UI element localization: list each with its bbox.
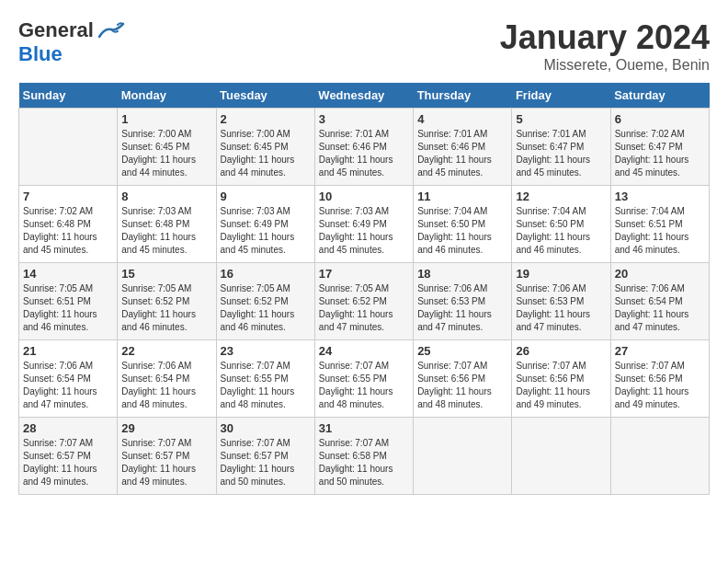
header-day-sunday: Sunday xyxy=(19,83,118,109)
day-number: 14 xyxy=(23,267,113,281)
day-number: 6 xyxy=(615,112,705,126)
day-number: 8 xyxy=(121,190,211,203)
day-number: 22 xyxy=(121,344,211,358)
day-info: Sunrise: 7:06 AMSunset: 6:53 PMDaylight:… xyxy=(417,282,507,334)
header-row: SundayMondayTuesdayWednesdayThursdayFrid… xyxy=(19,83,710,109)
day-cell: 25Sunrise: 7:07 AMSunset: 6:56 PMDayligh… xyxy=(414,340,512,418)
day-cell: 21Sunrise: 7:06 AMSunset: 6:54 PMDayligh… xyxy=(19,340,118,418)
day-number: 13 xyxy=(615,190,705,203)
day-info: Sunrise: 7:02 AMSunset: 6:47 PMDaylight:… xyxy=(615,128,705,179)
day-cell: 14Sunrise: 7:05 AMSunset: 6:51 PMDayligh… xyxy=(19,263,118,340)
day-cell: 10Sunrise: 7:03 AMSunset: 6:49 PMDayligh… xyxy=(314,186,413,263)
day-info: Sunrise: 7:07 AMSunset: 6:56 PMDaylight:… xyxy=(615,360,705,411)
day-number: 11 xyxy=(417,190,507,203)
week-row-1: 1Sunrise: 7:00 AMSunset: 6:45 PMDaylight… xyxy=(19,109,710,186)
day-cell: 12Sunrise: 7:04 AMSunset: 6:50 PMDayligh… xyxy=(512,186,610,263)
title-section: January 2024 Misserete, Oueme, Benin xyxy=(500,18,710,74)
day-info: Sunrise: 7:05 AMSunset: 6:52 PMDaylight:… xyxy=(319,282,409,334)
day-info: Sunrise: 7:07 AMSunset: 6:58 PMDaylight:… xyxy=(319,437,409,488)
day-info: Sunrise: 7:06 AMSunset: 6:54 PMDaylight:… xyxy=(23,360,113,411)
day-cell: 7Sunrise: 7:02 AMSunset: 6:48 PMDaylight… xyxy=(19,186,118,263)
day-info: Sunrise: 7:03 AMSunset: 6:49 PMDaylight:… xyxy=(319,205,409,257)
day-info: Sunrise: 7:01 AMSunset: 6:46 PMDaylight:… xyxy=(417,128,507,179)
day-number: 21 xyxy=(23,344,113,358)
day-info: Sunrise: 7:07 AMSunset: 6:56 PMDaylight:… xyxy=(516,360,606,411)
day-info: Sunrise: 7:07 AMSunset: 6:57 PMDaylight:… xyxy=(121,437,211,488)
day-info: Sunrise: 7:01 AMSunset: 6:46 PMDaylight:… xyxy=(319,128,409,179)
day-number: 3 xyxy=(319,112,409,126)
day-info: Sunrise: 7:04 AMSunset: 6:50 PMDaylight:… xyxy=(516,205,606,257)
week-row-5: 28Sunrise: 7:07 AMSunset: 6:57 PMDayligh… xyxy=(19,418,710,495)
day-number: 23 xyxy=(221,344,311,358)
day-number: 7 xyxy=(23,190,113,203)
week-row-2: 7Sunrise: 7:02 AMSunset: 6:48 PMDaylight… xyxy=(19,186,710,263)
day-cell: 15Sunrise: 7:05 AMSunset: 6:52 PMDayligh… xyxy=(118,263,216,340)
day-info: Sunrise: 7:06 AMSunset: 6:53 PMDaylight:… xyxy=(516,282,606,334)
day-info: Sunrise: 7:05 AMSunset: 6:52 PMDaylight:… xyxy=(121,282,211,334)
day-number: 2 xyxy=(221,112,311,126)
day-number: 30 xyxy=(221,421,311,435)
day-cell: 2Sunrise: 7:00 AMSunset: 6:45 PMDaylight… xyxy=(216,109,314,186)
day-number: 16 xyxy=(221,267,311,281)
day-cell: 4Sunrise: 7:01 AMSunset: 6:46 PMDaylight… xyxy=(414,109,512,186)
page-header: General Blue January 2024 Misserete, Oue… xyxy=(18,18,710,74)
day-cell: 6Sunrise: 7:02 AMSunset: 6:47 PMDaylight… xyxy=(610,109,709,186)
location: Misserete, Oueme, Benin xyxy=(500,57,710,74)
day-info: Sunrise: 7:00 AMSunset: 6:45 PMDaylight:… xyxy=(121,128,211,179)
header-day-saturday: Saturday xyxy=(610,83,709,109)
day-number: 20 xyxy=(615,267,705,281)
day-info: Sunrise: 7:01 AMSunset: 6:47 PMDaylight:… xyxy=(516,128,606,179)
day-cell: 8Sunrise: 7:03 AMSunset: 6:48 PMDaylight… xyxy=(118,186,216,263)
day-number: 1 xyxy=(121,112,211,126)
day-number: 28 xyxy=(23,421,113,435)
day-number: 26 xyxy=(516,344,606,358)
day-number: 29 xyxy=(121,421,211,435)
day-cell: 16Sunrise: 7:05 AMSunset: 6:52 PMDayligh… xyxy=(216,263,314,340)
day-number: 5 xyxy=(516,112,606,126)
day-info: Sunrise: 7:07 AMSunset: 6:57 PMDaylight:… xyxy=(23,437,113,488)
day-cell: 11Sunrise: 7:04 AMSunset: 6:50 PMDayligh… xyxy=(414,186,512,263)
day-cell: 1Sunrise: 7:00 AMSunset: 6:45 PMDaylight… xyxy=(118,109,216,186)
day-cell xyxy=(512,418,610,495)
day-info: Sunrise: 7:07 AMSunset: 6:57 PMDaylight:… xyxy=(221,437,311,488)
day-info: Sunrise: 7:07 AMSunset: 6:56 PMDaylight:… xyxy=(417,360,507,411)
day-cell xyxy=(610,418,709,495)
day-cell: 13Sunrise: 7:04 AMSunset: 6:51 PMDayligh… xyxy=(610,186,709,263)
day-cell: 22Sunrise: 7:06 AMSunset: 6:54 PMDayligh… xyxy=(118,340,216,418)
day-cell: 19Sunrise: 7:06 AMSunset: 6:53 PMDayligh… xyxy=(512,263,610,340)
day-cell: 9Sunrise: 7:03 AMSunset: 6:49 PMDaylight… xyxy=(216,186,314,263)
day-number: 12 xyxy=(516,190,606,203)
day-info: Sunrise: 7:04 AMSunset: 6:51 PMDaylight:… xyxy=(615,205,705,257)
logo: General Blue xyxy=(18,18,125,66)
day-info: Sunrise: 7:06 AMSunset: 6:54 PMDaylight:… xyxy=(615,282,705,334)
day-cell: 3Sunrise: 7:01 AMSunset: 6:46 PMDaylight… xyxy=(314,109,413,186)
week-row-4: 21Sunrise: 7:06 AMSunset: 6:54 PMDayligh… xyxy=(19,340,710,418)
day-cell: 5Sunrise: 7:01 AMSunset: 6:47 PMDaylight… xyxy=(512,109,610,186)
day-cell: 26Sunrise: 7:07 AMSunset: 6:56 PMDayligh… xyxy=(512,340,610,418)
day-number: 25 xyxy=(417,344,507,358)
header-day-tuesday: Tuesday xyxy=(216,83,314,109)
day-number: 18 xyxy=(417,267,507,281)
week-row-3: 14Sunrise: 7:05 AMSunset: 6:51 PMDayligh… xyxy=(19,263,710,340)
day-number: 27 xyxy=(615,344,705,358)
logo-blue-text: Blue xyxy=(18,42,63,66)
day-info: Sunrise: 7:07 AMSunset: 6:55 PMDaylight:… xyxy=(319,360,409,411)
day-number: 31 xyxy=(319,421,409,435)
day-info: Sunrise: 7:04 AMSunset: 6:50 PMDaylight:… xyxy=(417,205,507,257)
logo-general-text: General xyxy=(18,18,94,42)
day-cell: 23Sunrise: 7:07 AMSunset: 6:55 PMDayligh… xyxy=(216,340,314,418)
calendar-table: SundayMondayTuesdayWednesdayThursdayFrid… xyxy=(18,83,710,495)
day-info: Sunrise: 7:03 AMSunset: 6:48 PMDaylight:… xyxy=(121,205,211,257)
day-cell: 24Sunrise: 7:07 AMSunset: 6:55 PMDayligh… xyxy=(314,340,413,418)
day-cell: 18Sunrise: 7:06 AMSunset: 6:53 PMDayligh… xyxy=(414,263,512,340)
day-number: 17 xyxy=(319,267,409,281)
day-number: 9 xyxy=(221,190,311,203)
day-info: Sunrise: 7:05 AMSunset: 6:51 PMDaylight:… xyxy=(23,282,113,334)
day-info: Sunrise: 7:00 AMSunset: 6:45 PMDaylight:… xyxy=(221,128,311,179)
header-day-monday: Monday xyxy=(118,83,216,109)
day-info: Sunrise: 7:03 AMSunset: 6:49 PMDaylight:… xyxy=(221,205,311,257)
header-day-thursday: Thursday xyxy=(414,83,512,109)
header-day-friday: Friday xyxy=(512,83,610,109)
day-number: 4 xyxy=(417,112,507,126)
day-cell xyxy=(19,109,118,186)
